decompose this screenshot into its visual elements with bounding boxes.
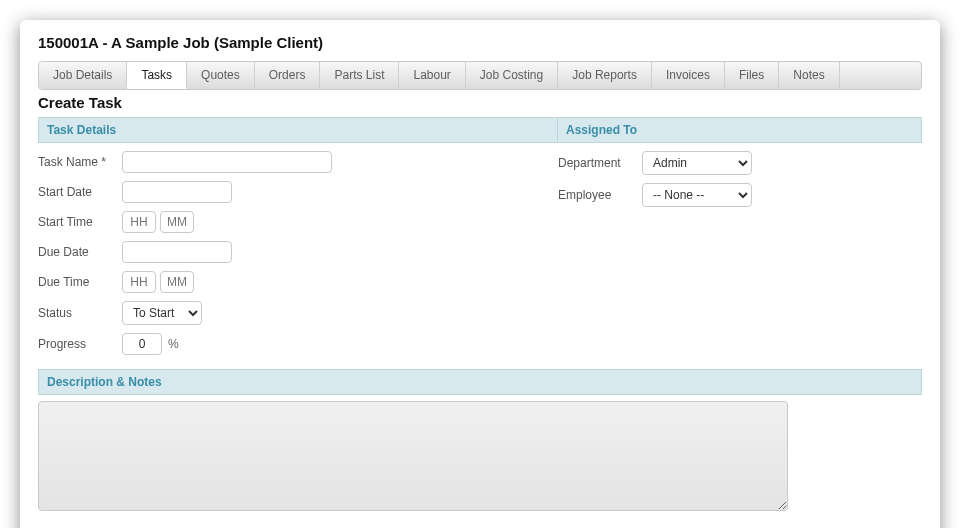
status-select[interactable]: To Start: [122, 301, 202, 325]
tab-files[interactable]: Files: [725, 62, 779, 89]
description-notes-textarea[interactable]: [38, 401, 788, 511]
label-status: Status: [38, 306, 122, 320]
tab-bar: Job Details Tasks Quotes Orders Parts Li…: [38, 61, 922, 90]
tab-tasks[interactable]: Tasks: [127, 62, 187, 89]
start-time-mm-input[interactable]: [160, 211, 194, 233]
tab-orders[interactable]: Orders: [255, 62, 321, 89]
label-task-name: Task Name *: [38, 155, 122, 169]
label-due-time: Due Time: [38, 275, 122, 289]
assigned-to-header: Assigned To: [558, 117, 922, 143]
start-time-hh-input[interactable]: [122, 211, 156, 233]
employee-select[interactable]: -- None --: [642, 183, 752, 207]
tab-job-costing[interactable]: Job Costing: [466, 62, 558, 89]
section-title: Create Task: [38, 94, 922, 111]
due-date-input[interactable]: [122, 241, 232, 263]
tab-invoices[interactable]: Invoices: [652, 62, 725, 89]
label-department: Department: [558, 156, 642, 170]
label-progress: Progress: [38, 337, 122, 351]
tab-notes[interactable]: Notes: [779, 62, 839, 89]
due-time-mm-input[interactable]: [160, 271, 194, 293]
tab-job-details[interactable]: Job Details: [39, 62, 127, 89]
label-employee: Employee: [558, 188, 642, 202]
label-due-date: Due Date: [38, 245, 122, 259]
tabbar-filler: [840, 62, 921, 89]
tab-quotes[interactable]: Quotes: [187, 62, 255, 89]
department-select[interactable]: Admin: [642, 151, 752, 175]
desc-notes-header: Description & Notes: [38, 369, 922, 395]
label-start-time: Start Time: [38, 215, 122, 229]
start-date-input[interactable]: [122, 181, 232, 203]
due-time-hh-input[interactable]: [122, 271, 156, 293]
progress-input[interactable]: [122, 333, 162, 355]
app-panel: 150001A - A Sample Job (Sample Client) J…: [20, 20, 940, 528]
task-name-input[interactable]: [122, 151, 332, 173]
page-title: 150001A - A Sample Job (Sample Client): [38, 34, 922, 51]
tab-parts-list[interactable]: Parts List: [320, 62, 399, 89]
tab-labour[interactable]: Labour: [399, 62, 465, 89]
label-start-date: Start Date: [38, 185, 122, 199]
tab-job-reports[interactable]: Job Reports: [558, 62, 652, 89]
progress-unit: %: [168, 337, 179, 351]
task-details-header: Task Details: [38, 117, 558, 143]
